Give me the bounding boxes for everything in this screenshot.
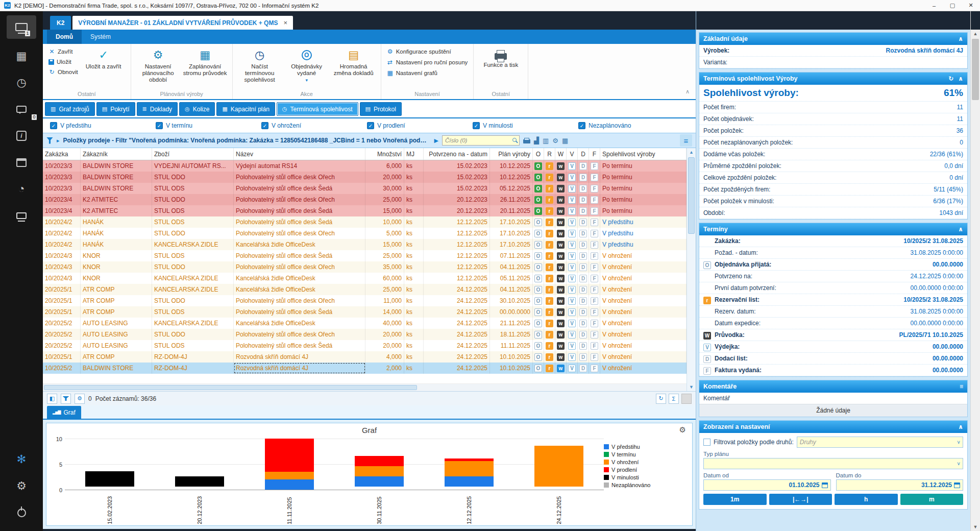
table-row[interactable]: 10/2024/3KNORKANCELARSKA ZIDLEKancelářsk… bbox=[43, 273, 687, 284]
ribbon-tab-system[interactable]: Systém bbox=[82, 30, 119, 44]
status-filter-1[interactable]: ✓V termínu bbox=[156, 122, 261, 129]
zoom-button-0[interactable]: 1m bbox=[703, 494, 767, 505]
rail-calendar-button[interactable] bbox=[0, 149, 43, 176]
footer-refresh-icon[interactable]: ↻ bbox=[656, 394, 666, 404]
footer-extra-icon[interactable] bbox=[681, 394, 692, 404]
k2-home-tab[interactable]: K2 bbox=[50, 16, 71, 30]
refresh-button[interactable]: ↻Obnovit bbox=[47, 68, 80, 76]
filter-kind-checkbox[interactable] bbox=[703, 439, 710, 446]
scroll-up-icon[interactable]: ▲ bbox=[971, 30, 980, 38]
column-header-5[interactable]: MJ bbox=[404, 148, 424, 160]
zoom-button-2[interactable]: h bbox=[835, 494, 898, 505]
hamburger-menu-icon[interactable]: ≡ bbox=[680, 134, 692, 147]
table-row[interactable]: 20/2025/2AUTO LEASINGSTUL ODOPolohovatel… bbox=[43, 329, 687, 340]
refresh-icon[interactable]: ↻ bbox=[948, 75, 953, 82]
scroll-down-icon[interactable]: ▼ bbox=[687, 383, 696, 391]
horizontal-scrollbar[interactable] bbox=[43, 384, 687, 391]
scroll-down-icon[interactable]: ▼ bbox=[971, 523, 980, 531]
table-row[interactable]: 10/2023/4K2 ATMITECSTUL ODOPolohovatelný… bbox=[43, 194, 687, 205]
panel-header-terminy[interactable]: Termíny ∧ bbox=[699, 223, 967, 235]
zoom-button-1[interactable]: |←→| bbox=[769, 494, 832, 505]
launch-config-button[interactable]: ⚙Konfigurace spuštění bbox=[385, 47, 470, 56]
collapse-icon[interactable]: ∧ bbox=[958, 226, 963, 233]
close-window-button[interactable]: ✕ bbox=[962, 0, 980, 11]
vscroll-track[interactable] bbox=[687, 156, 696, 383]
table-row[interactable]: 10/2023/3BALDWIN STOREVYDEJNI AUTOMAT RS… bbox=[43, 160, 687, 172]
status-filter-0[interactable]: ✓V předstihu bbox=[50, 122, 156, 129]
funnel-icon[interactable] bbox=[46, 137, 53, 144]
table-row[interactable]: 20/2025/1ATR COMPSTUL ODSPolohovatelný s… bbox=[43, 306, 687, 318]
vertical-scrollbar[interactable]: ▲ ▼ bbox=[687, 148, 696, 391]
table-row[interactable]: 10/2024/3KNORSTUL ODOPolohovatelný stůl … bbox=[43, 261, 687, 273]
filter-run-icon[interactable]: ▶ bbox=[434, 137, 438, 144]
save-and-close-button[interactable]: ✓ Uložit a zavřít bbox=[81, 46, 127, 89]
checkbox-checked-icon[interactable]: ✓ bbox=[473, 122, 480, 129]
column-header-0[interactable]: Zakázka bbox=[43, 148, 81, 160]
purchase-orders-button[interactable]: O Objednávky vydané ▾ bbox=[284, 46, 330, 89]
rail-history-button[interactable]: ◷ bbox=[0, 69, 43, 96]
ribbon-tab-domu[interactable]: Domů bbox=[47, 30, 82, 44]
column-header-8[interactable]: O bbox=[533, 148, 544, 160]
chart-view-icon[interactable]: ▟ bbox=[534, 137, 539, 144]
column-header-14[interactable]: Spolehlivost výroby bbox=[600, 148, 687, 160]
rail-info-button[interactable]: i bbox=[0, 123, 43, 149]
schedule-tree-button[interactable]: ▦ Zaplánování stromu průvodek bbox=[182, 46, 228, 89]
window-scroll-thumb[interactable] bbox=[972, 39, 979, 100]
table-row[interactable]: 10/2024/2HANÁKSTUL ODOPolohovatelný stůl… bbox=[43, 228, 687, 239]
panel-header-reliability[interactable]: Termínová spolehlivost Výroby ↻ ∧ bbox=[699, 73, 967, 85]
document-tab-close-icon[interactable]: × bbox=[283, 19, 287, 27]
collapse-icon[interactable]: ∧ bbox=[958, 75, 963, 82]
status-filter-2[interactable]: ✓V ohrožení bbox=[261, 122, 367, 129]
column-header-9[interactable]: R bbox=[544, 148, 555, 160]
table-row[interactable]: 20/2025/1ATR COMPKANCELARSKA ZIDLEKancel… bbox=[43, 284, 687, 295]
functions-print-button[interactable]: Funkce a tisk bbox=[478, 46, 524, 89]
save-button[interactable]: Uložit bbox=[47, 58, 80, 65]
table-settings-icon[interactable]: ⚙ bbox=[552, 137, 558, 144]
kind-select[interactable]: Druhy ˅ bbox=[797, 437, 963, 448]
column-header-11[interactable]: V bbox=[567, 148, 578, 160]
rail-devices-button[interactable] bbox=[0, 202, 43, 229]
checkbox-checked-icon[interactable]: ✓ bbox=[156, 122, 163, 129]
table-row[interactable]: 10/2024/2HANÁKKANCELARSKA ZIDLEKancelářs… bbox=[43, 239, 687, 250]
filter-expand-icon[interactable]: ▸ bbox=[57, 137, 60, 144]
minimize-button[interactable]: – bbox=[925, 0, 943, 11]
checkbox-checked-icon[interactable]: ✓ bbox=[578, 122, 585, 129]
table-row[interactable]: 10/2023/3BALDWIN STORESTUL ODSPolohovate… bbox=[43, 183, 687, 194]
rail-modules-button[interactable]: ▦ bbox=[0, 43, 43, 69]
footer-funnel-icon[interactable] bbox=[61, 394, 71, 404]
table-row[interactable]: 10/2025/1ATR COMPRZ-DOM-4JRozvodná skříň… bbox=[43, 351, 687, 363]
status-filter-5[interactable]: ✓Nezaplánováno bbox=[578, 122, 684, 129]
search-input[interactable] bbox=[442, 135, 520, 146]
column-header-13[interactable]: F bbox=[589, 148, 600, 160]
column-header-2[interactable]: Zboží bbox=[152, 148, 234, 160]
bulk-change-button[interactable]: ▤ Hromadná změna dokladů bbox=[331, 46, 377, 89]
checkbox-checked-icon[interactable]: ✓ bbox=[367, 122, 374, 129]
rail-k2-logo-button[interactable]: ✻ bbox=[0, 446, 43, 473]
table-row[interactable]: 20/2025/2AUTO LEASINGKANCELARSKA ZIDLEKa… bbox=[43, 318, 687, 329]
panel-header-komentare[interactable]: Komentáře ≡ bbox=[699, 380, 967, 393]
active-document-tab[interactable]: VÝROBNÍ MANAŽER - 01 ZÁKLADNÍ VYTVÁŘENÍ … bbox=[72, 16, 293, 30]
collapse-icon[interactable]: ∧ bbox=[958, 35, 963, 42]
status-filter-3[interactable]: ✓V prodlení bbox=[367, 122, 473, 129]
footer-settings-icon[interactable]: ⚙ bbox=[75, 394, 85, 404]
checkbox-checked-icon[interactable]: ✓ bbox=[50, 122, 57, 129]
vscroll-thumb[interactable] bbox=[688, 157, 695, 234]
planning-period-button[interactable]: ⚙ Nastavení plánovacího období bbox=[135, 46, 181, 89]
table-row[interactable]: 10/2025/2BALDWIN STORERZ-DOM-4JRozvodná … bbox=[43, 363, 687, 374]
chart-gear-icon[interactable]: ⚙ bbox=[679, 425, 686, 435]
maximize-button[interactable]: ▢ bbox=[943, 0, 962, 11]
graf-tab[interactable]: ▂▅▇ Graf bbox=[47, 406, 81, 419]
panel-header-settings[interactable]: Zobrazení a nastavení ∧ bbox=[699, 421, 967, 433]
view-tab-4[interactable]: ▦Kapacitní plán bbox=[216, 102, 275, 116]
table-row[interactable]: 20/2025/2AUTO LEASINGSTUL ODSPolohovatel… bbox=[43, 340, 687, 351]
close-button[interactable]: ✕Zavřít bbox=[47, 47, 80, 56]
table-row[interactable]: 10/2023/3BALDWIN STORESTUL ODOPolohovate… bbox=[43, 172, 687, 183]
view-tab-3[interactable]: ◎Kolize bbox=[179, 102, 215, 116]
checkbox-checked-icon[interactable]: ✓ bbox=[261, 122, 268, 129]
calendar-icon[interactable] bbox=[822, 482, 828, 488]
rail-power-button[interactable] bbox=[0, 499, 43, 526]
print-icon[interactable] bbox=[523, 139, 530, 143]
chart-settings-button[interactable]: ▦Nastavení grafů bbox=[385, 69, 470, 77]
view-tab-6[interactable]: ▤Protokol bbox=[360, 102, 402, 116]
zoom-button-3[interactable]: m bbox=[900, 494, 964, 505]
